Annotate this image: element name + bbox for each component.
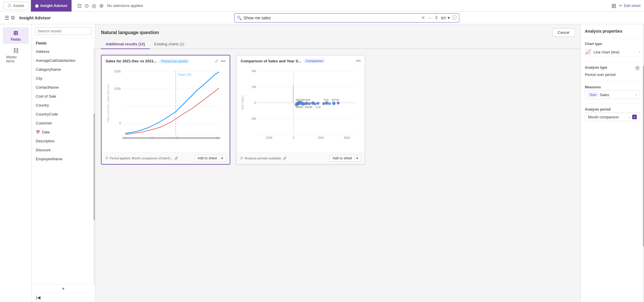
advisor-label: Insight Advisor xyxy=(40,3,68,8)
field-item[interactable]: 📅Date xyxy=(32,128,95,137)
chart-card-2: Comparison of Sales and Year S... Compar… xyxy=(236,55,365,165)
svg-text:-2M: -2M xyxy=(250,117,256,120)
right-panel-scrollbar-thumb xyxy=(643,66,644,246)
search-input[interactable] xyxy=(244,16,420,20)
chart2-add-arrow[interactable]: ▾ xyxy=(354,156,358,160)
sales-label: Sales xyxy=(600,93,609,97)
content-area: Natural language question Cancel Additio… xyxy=(95,24,581,302)
field-item[interactable]: Address xyxy=(32,47,95,56)
search-bar: 🔍 ✕ → 🎙 en ▾ ⓘ xyxy=(234,13,459,23)
grid-icon[interactable]: ⊞ xyxy=(611,2,616,9)
tab-assets[interactable]: ☐ Assets xyxy=(3,2,29,10)
fields-search-input[interactable] xyxy=(35,27,91,35)
field-item[interactable]: ContactName xyxy=(32,83,95,92)
panel-toggle-sidebar[interactable]: ☰ xyxy=(5,15,9,21)
measures-chevron: › xyxy=(636,93,637,97)
selection-label: No selections applied xyxy=(107,3,143,8)
analysis-period-row: Month comparison › ✓ xyxy=(585,113,640,121)
collapse-icon: |◀ xyxy=(36,295,40,300)
chart-type-value: Line chart (line) xyxy=(594,50,636,54)
tabs-bar: Additional results (12) Existing charts … xyxy=(95,40,581,49)
chart1-more-icon[interactable]: ••• xyxy=(221,59,226,64)
field-item[interactable]: City xyxy=(32,74,95,83)
chart2-add-sheet-btn[interactable]: Add to sheet ▾ xyxy=(330,155,361,162)
microphone-icon[interactable]: 🎙 xyxy=(434,15,439,20)
assets-label: Assets xyxy=(13,3,24,8)
chart2-footer-left: ⏱ Analysis periods available 🔗 xyxy=(240,156,287,160)
link2-icon[interactable]: 🔗 xyxy=(283,156,287,160)
edit-sheet-button[interactable]: ✏ Edit sheet xyxy=(619,3,641,8)
lang-selector[interactable]: en ▾ xyxy=(441,15,450,20)
search-arrow-icon[interactable]: → xyxy=(427,15,432,20)
chart2-footer-text: Analysis periods available xyxy=(245,156,281,160)
chart1-body: 200k 100k 0 Sales 2021-Dec, Sales 2021-N… xyxy=(102,66,230,152)
field-item[interactable]: EmployeeName xyxy=(32,154,95,163)
chart2-badge: Comparison xyxy=(304,59,325,63)
field-name: Cost of Sale xyxy=(36,94,56,98)
circle-select-icon[interactable]: ⊚ xyxy=(99,3,104,9)
field-item[interactable]: AverageCallSatisfaction xyxy=(32,56,95,65)
measures-row[interactable]: Sum Sales › xyxy=(585,90,640,99)
chart1-title-group: Sales for 2021-Dec vs 2021... Period ove… xyxy=(106,59,190,64)
chart1-add-sheet-btn[interactable]: Add to sheet ▾ xyxy=(194,155,226,162)
tab-additional-results[interactable]: Additional results (12) xyxy=(101,40,150,49)
svg-text:100k: 100k xyxy=(114,87,121,90)
field-name: Discount xyxy=(36,148,50,152)
field-name: ContactName xyxy=(36,85,59,90)
month-comparison-checkbox[interactable]: ✓ xyxy=(632,115,637,119)
sidebar-item-master-items[interactable]: ⛓ Master items xyxy=(3,45,29,66)
svg-rect-17 xyxy=(122,137,220,139)
lasso-icon[interactable]: ⊙ xyxy=(85,3,89,9)
field-name: Customer xyxy=(36,121,52,125)
month-comparison-chevron[interactable]: › xyxy=(629,115,630,119)
scope-icon[interactable]: ◎ xyxy=(92,3,96,9)
main-layout: ⊞ Fields ⛓ Master items Fields AddressAv… xyxy=(0,24,644,302)
link-icon[interactable]: 🔗 xyxy=(174,156,178,160)
chart1-actions: ⤢ ••• xyxy=(215,58,226,64)
panel-toggle-split[interactable]: ⧉ xyxy=(11,15,15,21)
chart1-add-label: Add to sheet xyxy=(198,156,217,160)
svg-text:60528: 60528 xyxy=(305,106,312,109)
svg-text:02733: 02733 xyxy=(332,98,339,101)
svg-point-42 xyxy=(308,102,311,105)
charts-grid: Sales for 2021-Dec vs 2021... Period ove… xyxy=(95,49,581,302)
field-item[interactable]: Customer xyxy=(32,119,95,128)
svg-text:Sales 2021-Dec, Sales 2021-Nov: Sales 2021-Dec, Sales 2021-Nov xyxy=(107,84,110,122)
chart2-header: Comparison of Sales and Year S... Compar… xyxy=(237,55,365,65)
field-item[interactable]: Cost of Sale xyxy=(32,92,95,101)
analysis-type-header: Analysis type ? xyxy=(585,66,640,71)
svg-point-45 xyxy=(317,102,319,105)
info-icon[interactable]: ⓘ xyxy=(452,15,457,21)
chart1-expand-icon[interactable]: ⤢ xyxy=(215,58,218,64)
field-name: CategoryName xyxy=(36,67,61,72)
right-section-measures: Measures Sum Sales › xyxy=(585,81,640,99)
field-name: EmployeeName xyxy=(36,157,63,161)
fields-panel: Fields AddressAverageCallSatisfactionCat… xyxy=(32,24,95,302)
fields-scroll-down[interactable]: ▼ xyxy=(32,284,95,293)
field-name: Address xyxy=(36,49,50,54)
chart1-svg: 200k 100k 0 Sales 2021-Dec, Sales 2021-N… xyxy=(104,66,227,141)
field-item[interactable]: Country xyxy=(32,101,95,110)
analysis-type-value: Period over period xyxy=(585,72,640,77)
cancel-button[interactable]: Cancel xyxy=(552,28,575,37)
select-icon[interactable]: ⊡ xyxy=(77,3,82,9)
top-bar: ☐ Assets ◉ Insight Advisor ⊡ ⊙ ◎ ⊚ No se… xyxy=(0,0,644,12)
chart1-add-arrow[interactable]: ▾ xyxy=(219,156,223,160)
field-item[interactable]: Discount xyxy=(32,146,95,154)
field-item[interactable]: CategoryName xyxy=(32,65,95,74)
analysis-help-icon[interactable]: ? xyxy=(635,66,640,71)
field-item[interactable]: Description xyxy=(32,137,95,146)
chart2-more-icon[interactable]: ••• xyxy=(356,58,361,64)
sum-badge: Sum xyxy=(588,92,598,97)
svg-text:LU1: LU1 xyxy=(316,106,321,109)
svg-point-48 xyxy=(328,102,331,105)
assets-icon: ☐ xyxy=(8,3,11,8)
field-item[interactable]: CountryCode xyxy=(32,110,95,119)
collapse-fields[interactable]: |◀ xyxy=(32,293,95,302)
tab-existing-charts[interactable]: Existing charts (1) xyxy=(150,40,189,49)
sidebar-item-fields[interactable]: ⊞ Fields xyxy=(3,27,29,44)
chart-type-chevron[interactable]: › xyxy=(639,50,640,54)
master-items-icon: ⛓ xyxy=(13,47,19,54)
search-clear-icon[interactable]: ✕ xyxy=(421,15,425,20)
tab-insight-advisor[interactable]: ◉ Insight Advisor xyxy=(31,0,72,12)
